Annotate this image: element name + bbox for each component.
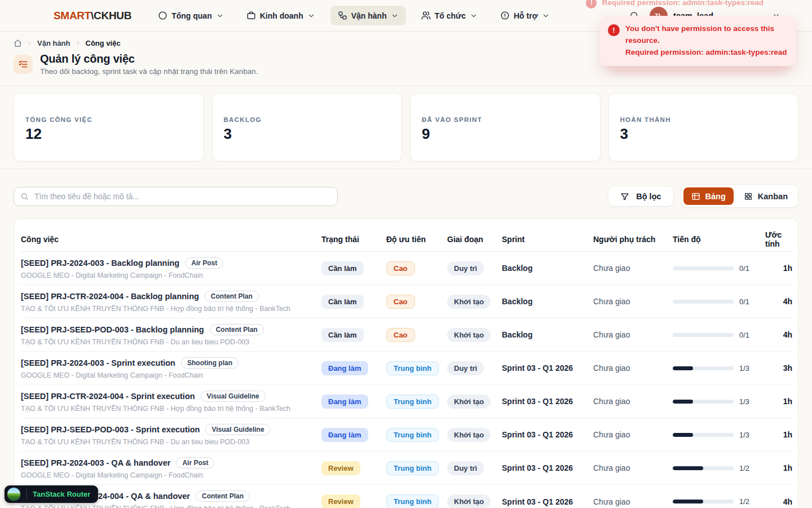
status-badge: Review [321,461,360,475]
stat-card: ĐÃ VÀO SPRINT 9 [410,93,601,161]
table-row[interactable]: [SEED] PRJ-CTR-2024-004 - QA & handover … [20,485,792,508]
table-icon [691,192,700,201]
filter-icon [620,192,629,201]
task-title: [SEED] PRJ-SEED-POD-003 - Sprint executi… [21,425,200,434]
task-type-badge: Content Plan [210,324,264,335]
tanstack-router-devtools-button[interactable]: TanStack Router [5,485,98,503]
table-row[interactable]: [SEED] PRJ-CTR-2024-004 - Backlog planni… [20,285,792,318]
filter-button[interactable]: Bộ lọc [608,186,673,207]
nav-item-label: Vận hành [351,11,387,20]
table-row[interactable]: [SEED] PRJ-CTR-2024-004 - Sprint executi… [20,385,792,418]
phase-badge: Khởi tạo [447,494,491,508]
status-badge: Đang làm [321,361,368,375]
priority-badge: Trung bình [386,428,439,442]
stat-label: HOÀN THÀNH [620,116,787,123]
progress-label: 1/2 [739,497,749,506]
status-badge: Đang làm [321,395,368,409]
kanban-grid-icon [744,192,753,201]
task-subtitle: TẠO & TỐI ƯU KÊNH TRUYỀN THÔNG FNB - Hợp… [21,305,307,313]
priority-badge: Trung bình [386,461,439,475]
table-row[interactable]: [SEED] PRJ-SEED-POD-003 - Sprint executi… [20,418,792,452]
progress-bar [673,266,734,270]
estimate-value: 4h [758,297,792,306]
column-header[interactable]: Công việc [20,235,315,244]
stat-label: BACKLOG [224,116,391,123]
task-subtitle: TẠO & TỐI ƯU KÊNH TRUYỀN THÔNG FNB - Du … [21,438,307,446]
task-type-badge: Shooting plan [181,357,239,369]
column-header[interactable]: Người phụ trách [586,235,666,244]
sprint-name: Sprint 03 - Q1 2026 [495,430,586,439]
column-header[interactable]: Tiến độ [666,235,758,244]
chevron-right-icon [75,40,81,46]
briefcase-icon [246,11,256,20]
task-subtitle: TẠO & TỐI ƯU KÊNH TRUYỀN THÔNG FNB - Hợp… [21,505,307,508]
estimate-value: 1h [758,430,792,439]
chevron-down-icon [470,12,478,20]
nav-item[interactable]: Tổ chức [414,6,485,25]
column-header[interactable]: Sprint [495,235,586,244]
task-type-badge: Air Post [185,257,223,269]
task-type-badge: Content Plan [205,291,259,302]
task-title: [SEED] PRJ-CTR-2024-004 - Backlog planni… [21,292,199,301]
sprint-name: Backlog [495,297,586,306]
status-badge: Cần làm [321,328,364,342]
main-nav: Tổng quan Kinh doanh Vận hành Tổ chức [151,6,557,25]
chevron-down-icon [216,12,224,20]
task-type-badge: Air Post [176,457,214,468]
priority-badge: Cao [386,328,415,342]
progress-bar [673,366,734,370]
nav-item[interactable]: Hỗ trợ [493,6,557,25]
stat-card: HOÀN THÀNH 3 [608,93,799,161]
priority-badge: Trung bình [386,361,439,375]
breadcrumb-item[interactable]: Vận hành [37,39,70,47]
stat-label: TỔNG CÔNG VIỆC [25,116,192,123]
priority-badge: Trung bình [386,494,439,508]
stat-card: TỔNG CÔNG VIỆC 12 [14,93,204,161]
assignee: Chưa giao [586,497,666,506]
phase-badge: Duy trì [447,261,484,275]
task-table: Công việc Trạng thái Độ ưu tiên Giai đoạ… [14,218,798,508]
nav-item[interactable]: Vận hành [330,6,406,25]
estimate-value: 4h [758,330,792,339]
priority-badge: Cao [386,295,415,309]
search-box [14,187,338,206]
app-logo[interactable]: SMART\CKHUB [54,10,131,22]
table-row[interactable]: [SEED] PRJ-2024-003 - Backlog planning A… [20,252,792,285]
progress-bar [673,466,734,470]
status-badge: Đang làm [321,428,368,442]
progress-bar [673,500,734,503]
estimate-value: 3h [758,364,792,373]
search-input[interactable] [14,187,338,206]
progress-bar [673,300,734,304]
nav-item-label: Hỗ trợ [514,11,538,20]
priority-badge: Cao [386,261,415,275]
task-subtitle: GOOGLE MEO - Digital Marketing Campaign … [21,271,307,279]
table-row[interactable]: [SEED] PRJ-SEED-POD-003 - Backlog planni… [20,318,792,352]
home-icon[interactable] [14,39,22,47]
help-circle-icon [500,11,510,20]
progress-bar [673,400,734,404]
table-row[interactable]: [SEED] PRJ-2024-003 - QA & handover Air … [20,452,792,485]
toast-line2: Required permission: admin:task-types:re… [625,47,787,59]
phase-badge: Khởi tạo [447,328,491,342]
column-header[interactable]: Giai đoạn [440,235,495,244]
workflow-icon [338,11,347,20]
column-header[interactable]: Trạng thái [315,235,379,244]
view-table-button[interactable]: Bảng [683,187,734,205]
error-icon: ! [608,24,620,36]
table-row[interactable]: [SEED] PRJ-2024-003 - Sprint execution S… [20,352,792,385]
sprint-name: Sprint 03 - Q1 2026 [495,397,586,406]
progress-bar [673,333,734,337]
page-title: Quản lý công việc [40,52,258,65]
view-kanban-button[interactable]: Kanban [736,187,796,205]
sprint-name: Sprint 03 - Q1 2026 [495,364,586,373]
page-subtitle: Theo dõi backlog, sprint task và cập nhậ… [40,67,258,76]
column-header[interactable]: Ước tính [758,230,792,248]
task-title: [SEED] PRJ-2024-003 - QA & handover [21,458,170,467]
nav-item[interactable]: Tổng quan [151,6,231,25]
nav-item[interactable]: Kinh doanh [239,6,323,25]
column-header[interactable]: Độ ưu tiên [379,235,440,244]
search-icon [20,192,29,200]
assignee: Chưa giao [586,430,666,439]
phase-badge: Duy trì [447,361,484,375]
